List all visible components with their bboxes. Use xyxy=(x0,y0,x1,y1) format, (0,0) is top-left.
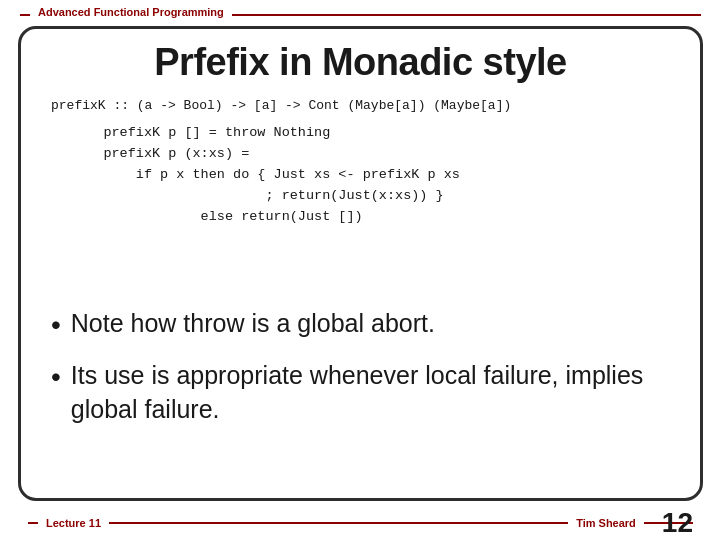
bullet-dot-2: • xyxy=(51,360,61,394)
course-label: Advanced Functional Programming xyxy=(30,6,232,18)
top-bar: Advanced Functional Programming xyxy=(0,0,721,24)
bullet-dot-1: • xyxy=(51,308,61,342)
footer-right: Tim Sheard xyxy=(568,517,644,529)
footer-left: Lecture 11 xyxy=(38,517,109,529)
page-number: 12 xyxy=(662,509,693,537)
bullet-1: • Note how throw is a global abort. xyxy=(51,307,670,342)
bullet-1-text: Note how throw is a global abort. xyxy=(71,307,435,341)
bullet-points: • Note how throw is a global abort. • It… xyxy=(51,246,670,488)
slide-title: Prfefix in Monadic style xyxy=(51,41,670,84)
type-signature: prefixK :: (a -> Bool) -> [a] -> Cont (M… xyxy=(51,98,670,113)
code-block: prefixK p [] = throw Nothing prefixK p (… xyxy=(71,123,670,228)
bullet-2-text: Its use is appropriate whenever local fa… xyxy=(71,359,670,427)
slide: Advanced Functional Programming Prfefix … xyxy=(0,0,721,541)
bullet-2: • Its use is appropriate whenever local … xyxy=(51,359,670,427)
content-box: Prfefix in Monadic style prefixK :: (a -… xyxy=(18,26,703,501)
